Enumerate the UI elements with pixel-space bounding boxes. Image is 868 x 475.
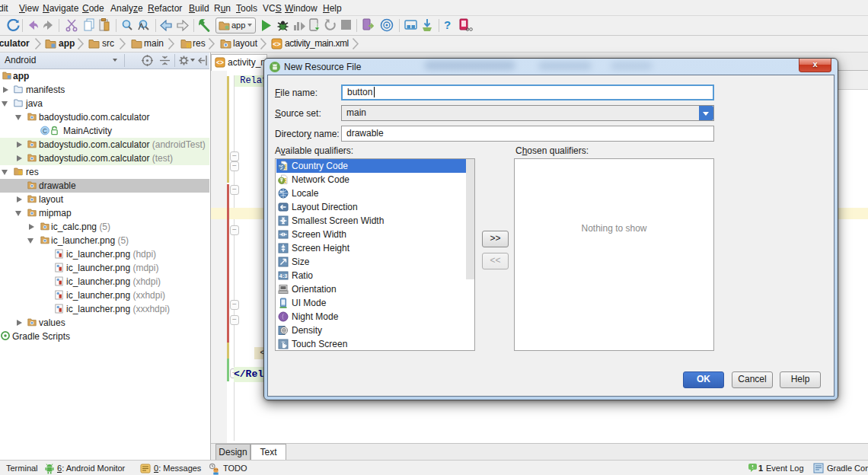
svg-text:4:3: 4:3 — [279, 273, 288, 279]
svg-text:<>: <> — [273, 40, 281, 48]
svg-text:<>: <> — [216, 59, 224, 66]
svg-text:C: C — [43, 128, 47, 135]
